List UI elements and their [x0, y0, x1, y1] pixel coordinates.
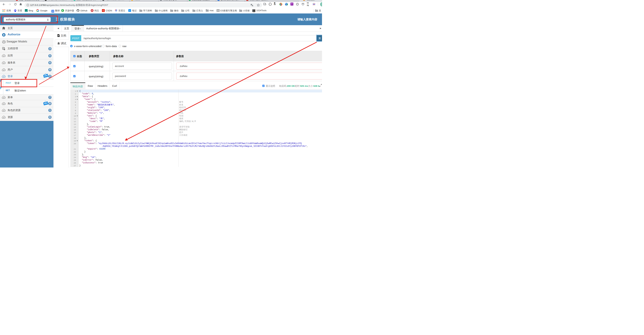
svg-text:API: API — [3, 117, 5, 118]
svg-text:API: API — [3, 62, 5, 64]
svg-text:API: API — [3, 70, 5, 70]
svg-text:API: API — [3, 76, 5, 77]
svg-text:{..}: {..} — [270, 4, 272, 5]
svg-text:API: API — [3, 110, 5, 111]
svg-text:API: API — [3, 97, 5, 98]
svg-text:API: API — [3, 103, 5, 104]
svg-text:API: API — [3, 55, 5, 56]
